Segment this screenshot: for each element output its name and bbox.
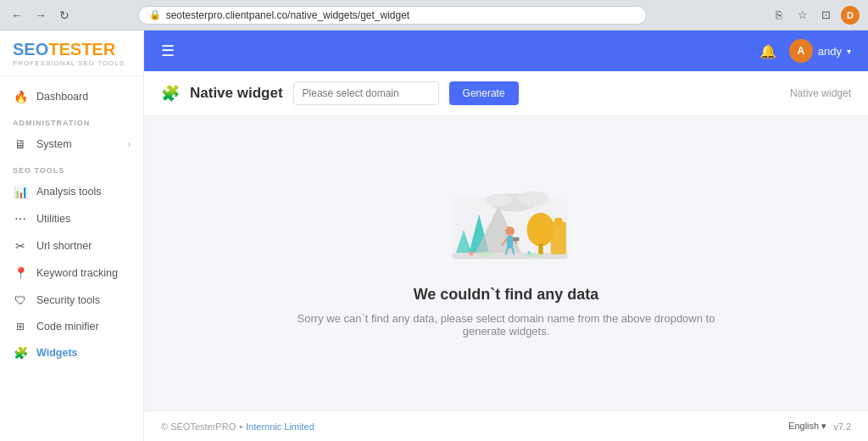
content-area: 🧩 Native widget Generate Native widget bbox=[144, 71, 868, 410]
widgets-icon: 🧩 bbox=[13, 346, 28, 360]
forward-button[interactable]: → bbox=[32, 7, 49, 24]
logo-seo: SEO bbox=[13, 40, 48, 59]
svg-point-2 bbox=[518, 191, 548, 206]
footer: © SEOTesterPRO • Internnic Limited Engli… bbox=[144, 410, 868, 441]
back-button[interactable]: ← bbox=[8, 7, 25, 24]
breadcrumb: Native widget bbox=[790, 87, 851, 99]
page-title: Native widget bbox=[190, 85, 283, 102]
analysis-icon: 📊 bbox=[13, 185, 28, 198]
svg-rect-13 bbox=[507, 236, 513, 248]
svg-rect-10 bbox=[551, 222, 566, 254]
dashboard-label: Dashboard bbox=[36, 91, 88, 103]
sidebar-section-admin: ADMINISTRATION bbox=[0, 110, 143, 131]
svg-point-20 bbox=[526, 253, 541, 257]
security-icon: 🛡 bbox=[13, 293, 28, 307]
navbar-avatar: A bbox=[789, 39, 813, 63]
url-text: seotesterpro.clientpanel.co/native_widge… bbox=[166, 9, 410, 21]
svg-point-12 bbox=[505, 226, 515, 236]
top-navbar: ☰ 🔔 A andy ▾ bbox=[144, 31, 868, 71]
svg-point-3 bbox=[485, 194, 513, 207]
svg-rect-18 bbox=[513, 237, 519, 242]
system-label: System bbox=[36, 138, 72, 150]
sidebar-item-system[interactable]: 🖥 System › bbox=[0, 131, 143, 158]
footer-bullet: • bbox=[239, 421, 242, 432]
utilities-icon: ⋯ bbox=[13, 212, 28, 226]
svg-point-8 bbox=[527, 213, 555, 247]
url-shortner-label: Url shortner bbox=[36, 240, 92, 252]
sidebar-nav: 🔥 Dashboard ADMINISTRATION 🖥 System › SE… bbox=[0, 76, 143, 441]
sidebar-logo: SEOTESTER PROFESSIONAL SEO TOOLS bbox=[0, 31, 143, 76]
keyword-icon: 📍 bbox=[13, 266, 28, 280]
browser-user-avatar[interactable]: D bbox=[841, 6, 860, 25]
logo-tester: TESTER bbox=[48, 40, 115, 59]
navbar-caret-icon: ▾ bbox=[847, 47, 851, 56]
sidebar-item-widgets[interactable]: 🧩 Widgets bbox=[0, 339, 143, 366]
empty-state: We couldn`t find any data Sorry we can`t… bbox=[144, 116, 868, 371]
profile-button[interactable]: ⊡ bbox=[817, 6, 836, 25]
navbar-user[interactable]: A andy ▾ bbox=[789, 39, 851, 63]
security-label: Security tools bbox=[36, 294, 100, 306]
page-header: 🧩 Native widget Generate Native widget bbox=[144, 71, 868, 116]
widgets-label: Widgets bbox=[36, 347, 78, 359]
generate-button[interactable]: Generate bbox=[449, 81, 519, 105]
empty-subtitle: Sorry we can`t find any data, please sel… bbox=[294, 312, 718, 338]
sidebar-item-analysis[interactable]: 📊 Analysis tools bbox=[0, 178, 143, 205]
keyword-label: Keyword tracking bbox=[36, 267, 118, 279]
sidebar-item-url-shortner[interactable]: ✂ Url shortner bbox=[0, 232, 143, 260]
hamburger-icon[interactable]: ☰ bbox=[161, 42, 175, 60]
footer-version: v7.2 bbox=[833, 421, 851, 432]
sidebar-item-dashboard[interactable]: 🔥 Dashboard bbox=[0, 83, 143, 110]
svg-point-21 bbox=[469, 251, 473, 255]
star-button[interactable]: ☆ bbox=[793, 6, 812, 25]
address-bar[interactable]: 🔒 seotesterpro.clientpanel.co/native_wid… bbox=[138, 6, 647, 25]
browser-actions: ⎘ ☆ ⊡ D bbox=[770, 6, 860, 25]
empty-illustration bbox=[421, 150, 591, 286]
empty-title: We couldn`t find any data bbox=[414, 286, 599, 304]
navbar-username: andy bbox=[818, 45, 842, 58]
footer-partner-link[interactable]: Internnic Limited bbox=[246, 421, 314, 432]
svg-point-22 bbox=[527, 251, 531, 254]
logo-subtitle: PROFESSIONAL SEO TOOLS bbox=[13, 59, 131, 67]
reload-button[interactable]: ↻ bbox=[56, 7, 73, 24]
sidebar-item-security[interactable]: 🛡 Security tools bbox=[0, 287, 143, 314]
page-header-icon: 🧩 bbox=[161, 84, 180, 103]
sidebar-item-code-minifier[interactable]: ⊞ Code minifier bbox=[0, 314, 143, 339]
url-shortner-icon: ✂ bbox=[13, 239, 28, 253]
domain-select[interactable] bbox=[293, 81, 439, 105]
svg-rect-11 bbox=[554, 218, 562, 226]
lock-icon: 🔒 bbox=[149, 9, 161, 20]
browser-chrome: ← → ↻ 🔒 seotesterpro.clientpanel.co/nati… bbox=[0, 0, 868, 31]
utilities-label: Utilities bbox=[36, 213, 70, 225]
analysis-label: Analysis tools bbox=[36, 186, 101, 198]
sidebar-section-seo: SEO TOOLS bbox=[0, 158, 143, 178]
sidebar: SEOTESTER PROFESSIONAL SEO TOOLS 🔥 Dashb… bbox=[0, 31, 144, 441]
sidebar-item-utilities[interactable]: ⋯ Utilities bbox=[0, 205, 143, 232]
svg-rect-9 bbox=[538, 243, 542, 254]
code-label: Code minifier bbox=[36, 321, 99, 332]
svg-point-19 bbox=[481, 252, 493, 256]
dashboard-icon: 🔥 bbox=[13, 90, 28, 103]
footer-language[interactable]: English ▾ bbox=[788, 421, 826, 432]
bell-icon[interactable]: 🔔 bbox=[760, 43, 776, 59]
sidebar-item-keyword-tracking[interactable]: 📍 Keyword tracking bbox=[0, 260, 143, 287]
chevron-right-icon: › bbox=[128, 140, 131, 149]
code-icon: ⊞ bbox=[13, 321, 28, 332]
cast-button[interactable]: ⎘ bbox=[770, 6, 788, 25]
footer-copyright: © SEOTesterPRO bbox=[161, 421, 236, 432]
system-icon: 🖥 bbox=[13, 137, 28, 151]
